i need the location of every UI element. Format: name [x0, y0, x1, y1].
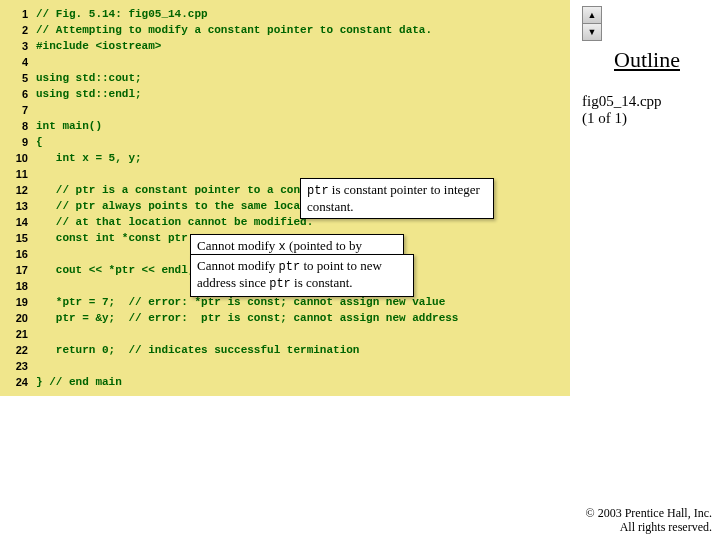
code-line: 22 return 0; // indicates successful ter… [0, 342, 570, 358]
line-number: 24 [0, 374, 36, 390]
code-line: 7 [0, 102, 570, 118]
line-number: 11 [0, 166, 36, 182]
line-number: 6 [0, 86, 36, 102]
code-text [36, 358, 570, 374]
code-text [36, 326, 570, 342]
line-number: 19 [0, 294, 36, 310]
code-text: using std::endl; [36, 86, 570, 102]
code-line: 8int main() [0, 118, 570, 134]
code-text [36, 102, 570, 118]
outline-title: Outline [582, 47, 712, 73]
line-number: 18 [0, 278, 36, 294]
code-line: 2// Attempting to modify a constant poin… [0, 22, 570, 38]
callout-cannot-modify-ptr: Cannot modify ptr to point to new addres… [190, 254, 414, 297]
line-number: 21 [0, 326, 36, 342]
code-line: 24} // end main [0, 374, 570, 390]
line-number: 10 [0, 150, 36, 166]
code-text [36, 54, 570, 70]
code-text: } // end main [36, 374, 570, 390]
line-number: 4 [0, 54, 36, 70]
line-number: 2 [0, 22, 36, 38]
outline-panel: ▲ ▼ Outline fig05_14.cpp (1 of 1) [582, 4, 712, 127]
copyright-line2: All rights reserved. [586, 520, 712, 534]
code-line: 4 [0, 54, 570, 70]
line-number: 3 [0, 38, 36, 54]
code-line: 5using std::cout; [0, 70, 570, 86]
code-line: 21 [0, 326, 570, 342]
code-line: 20 ptr = &y; // error: ptr is const; can… [0, 310, 570, 326]
code-line: 1// Fig. 5.14: fig05_14.cpp [0, 6, 570, 22]
line-number: 8 [0, 118, 36, 134]
line-number: 12 [0, 182, 36, 198]
copyright-line1: © 2003 Prentice Hall, Inc. [586, 506, 712, 520]
code-text: // Fig. 5.14: fig05_14.cpp [36, 6, 570, 22]
line-number: 17 [0, 262, 36, 278]
code-text: // Attempting to modify a constant point… [36, 22, 570, 38]
line-number: 20 [0, 310, 36, 326]
line-number: 22 [0, 342, 36, 358]
code-text: using std::cout; [36, 70, 570, 86]
code-line: 6using std::endl; [0, 86, 570, 102]
code-text: int main() [36, 118, 570, 134]
nav-up-button[interactable]: ▲ [583, 7, 601, 24]
code-text: #include <iostream> [36, 38, 570, 54]
line-number: 23 [0, 358, 36, 374]
copyright: © 2003 Prentice Hall, Inc. All rights re… [586, 506, 712, 534]
code-text: ptr = &y; // error: ptr is const; cannot… [36, 310, 570, 326]
code-text: return 0; // indicates successful termin… [36, 342, 570, 358]
line-number: 7 [0, 102, 36, 118]
code-line: 9{ [0, 134, 570, 150]
line-number: 9 [0, 134, 36, 150]
file-part: (1 of 1) [582, 110, 712, 127]
line-number: 13 [0, 198, 36, 214]
line-number: 1 [0, 6, 36, 22]
nav-down-button[interactable]: ▼ [583, 24, 601, 40]
code-line: 3#include <iostream> [0, 38, 570, 54]
line-number: 5 [0, 70, 36, 86]
line-number: 14 [0, 214, 36, 230]
code-text: int x = 5, y; [36, 150, 570, 166]
line-number: 16 [0, 246, 36, 262]
nav-buttons: ▲ ▼ [582, 6, 602, 41]
file-name: fig05_14.cpp [582, 93, 712, 110]
callout-ptr-constant: ptr is constant pointer to integer const… [300, 178, 494, 219]
code-line: 23 [0, 358, 570, 374]
code-text: { [36, 134, 570, 150]
code-line: 10 int x = 5, y; [0, 150, 570, 166]
line-number: 15 [0, 230, 36, 246]
